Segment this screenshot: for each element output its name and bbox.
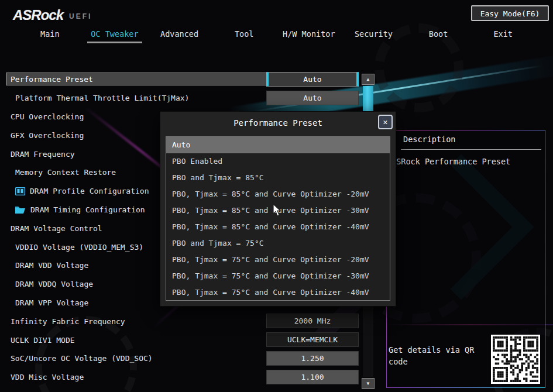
nav-tab-label: OC Tweaker [87,27,142,43]
nav-tab-bar: Main OC Tweaker Advanced Tool H/W Monito… [18,27,535,46]
close-icon[interactable]: ✕ [378,115,393,129]
qr-code [491,335,540,384]
scroll-up-button[interactable]: ▲ [362,74,375,85]
uefi-screen: { "header": { "brand": "ASRock", "firmwa… [0,0,553,392]
scroll-down-button[interactable]: ▼ [362,378,375,389]
nav-tab-label: Exit [490,27,516,43]
setting-label: GFX Overclocking [11,131,84,140]
setting-label: UCLK DIV1 MODE [11,336,75,345]
preset-option[interactable]: PBO, Tjmax = 75°C and Curve Optimizer -3… [166,268,390,284]
description-panel: Description ASRock Performance Preset Ge… [386,130,545,388]
setting-label: DRAM Profile Configuration [30,187,149,195]
settings-row[interactable]: Infinity Fabric Frequency 2000 MHz [0,312,380,331]
nav-tab-exit[interactable]: Exit [470,27,535,46]
nav-tab-boot[interactable]: Boot [406,27,471,46]
description-divider [401,149,541,150]
settings-row[interactable]: Performance Preset Auto [0,70,380,89]
nav-tab-oc-tweaker[interactable]: OC Tweaker [83,27,147,46]
nav-tab-label: Security [351,27,396,43]
nav-tab-main[interactable]: Main [18,27,83,46]
setting-value-button[interactable]: 2000 MHz [266,314,359,328]
setting-label: DRAM VPP Voltage [15,298,88,307]
setting-label: DRAM Voltage Control [11,224,102,233]
nav-tab-label: Advanced [157,27,202,43]
description-title: Description [403,135,545,144]
setting-label: DRAM VDDQ Voltage [15,280,93,288]
preset-option[interactable]: PBO and Tjmax = 85°C [166,170,390,186]
setting-value-button[interactable]: UCLK=MEMCLK [266,332,359,347]
preset-option[interactable]: Auto [166,137,390,153]
setting-label: DRAM Frequency [11,150,75,159]
nav-tab-advanced[interactable]: Advanced [147,27,212,46]
settings-row[interactable]: UCLK DIV1 MODE UCLK=MEMCLK [0,331,380,349]
setting-label: CPU Overclocking [11,112,84,121]
settings-row[interactable]: SoC/Uncore OC Voltage (VDD_SOC) 1.250 [0,349,380,368]
nav-tab-label: Tool [231,27,257,43]
description-text: ASRock Performance Preset [391,157,545,166]
dialog-title: Performance Preset [160,118,396,128]
preset-option[interactable]: PBO and Tjmax = 75°C [166,235,390,252]
uefi-label: UEFI [69,12,92,20]
easy-mode-button[interactable]: Easy Mode(F6) [471,5,549,21]
setting-label: VDDIO Voltage (VDDIO_MEM_S3) [15,243,143,252]
preset-option[interactable]: PBO, Tjmax = 75°C and Curve Optimizer -4… [166,284,390,301]
nav-tab-label: H/W Monitor [279,27,338,43]
folder-icon [15,205,26,214]
setting-label: Memory Context Restore [15,168,116,177]
qr-caption: Get details via QR code [389,344,481,367]
setting-value-button[interactable]: 1.100 [266,370,359,384]
preset-option[interactable]: PBO, Tjmax = 85°C and Curve Optimizer -2… [166,186,390,202]
setting-label: DRAM VDD Voltage [15,261,88,270]
setting-value-button[interactable]: Auto [266,91,359,105]
setting-value-button[interactable]: Auto [266,72,359,87]
setting-label: VDD Misc Voltage [11,373,84,381]
nav-tab-label: Main [37,27,63,43]
qr-section: Get details via QR code [389,335,540,384]
nav-tab-h-w-monitor[interactable]: H/W Monitor [277,27,342,46]
settings-row[interactable]: Platform Thermal Throttle Limit(TjMax) A… [0,89,380,108]
mouse-cursor [273,204,282,219]
preset-option[interactable]: PBO, Tjmax = 75°C and Curve Optimizer -2… [166,252,390,268]
top-bar: ASRock UEFI Easy Mode(F6) [0,0,553,26]
setting-value-button[interactable]: 1.250 [266,351,359,366]
setting-label: DRAM Timing Configuration [30,205,145,214]
setting-label: Performance Preset [11,75,93,84]
settings-row[interactable]: VDD Misc Voltage 1.100 [0,368,380,387]
dram-profile-icon [15,187,25,195]
preset-option[interactable]: PBO, Tjmax = 85°C and Curve Optimizer -4… [166,219,390,235]
nav-tab-label: Boot [425,27,452,43]
setting-label: Infinity Fabric Frequency [11,317,125,326]
asrock-logo: ASRock [13,7,63,23]
setting-label: Platform Thermal Throttle Limit(TjMax) [15,94,189,102]
setting-label: SoC/Uncore OC Voltage (VDD_SOC) [11,354,153,363]
nav-tab-security[interactable]: Security [341,27,406,46]
preset-option[interactable]: PBO Enabled [166,153,390,170]
nav-tab-tool[interactable]: Tool [212,27,277,46]
